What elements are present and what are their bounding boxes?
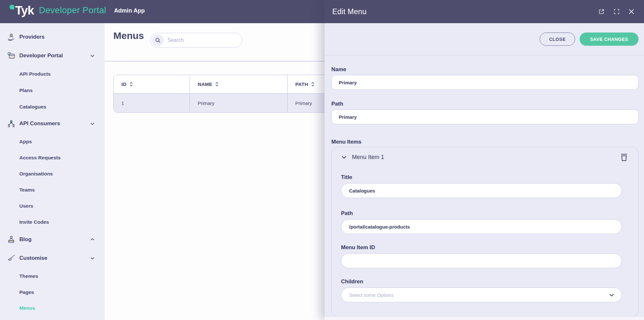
title-field[interactable] xyxy=(341,183,622,198)
developer-portal-icon xyxy=(6,51,16,61)
app-name: Admin App xyxy=(114,7,145,14)
item-path-label: Path xyxy=(341,210,622,217)
chevron-down-icon xyxy=(90,121,95,126)
sidebar-item-pages[interactable]: Pages xyxy=(0,286,105,299)
product-name: Developer Portal xyxy=(39,5,106,15)
sidebar-item-api-products[interactable]: API Products xyxy=(0,68,105,80)
brand-name: Tyk xyxy=(15,5,34,16)
drawer-title: Edit Menu xyxy=(332,7,366,16)
sidebar-item-plans[interactable]: Plans xyxy=(0,84,105,97)
search-input[interactable] xyxy=(167,37,235,43)
sidebar-item-blog[interactable]: Blog xyxy=(0,233,105,246)
search-icon xyxy=(152,34,164,46)
sidebar-item-customise[interactable]: Customise xyxy=(0,252,105,265)
table-row[interactable]: 1 Primary Primary xyxy=(114,94,346,112)
title-label: Title xyxy=(341,174,622,181)
sidebar-item-api-consumers[interactable]: API Consumers xyxy=(0,117,105,130)
menus-table: ID NAME PATH xyxy=(113,75,346,113)
sidebar-item-providers[interactable]: Providers xyxy=(0,31,105,43)
customise-icon xyxy=(6,253,16,263)
sort-icon xyxy=(311,81,315,87)
chevron-down-icon xyxy=(90,256,95,261)
menu-item-card: Menu Item 1 Title Path Menu Item ID Chil… xyxy=(331,147,639,317)
cell-name: Primary xyxy=(190,94,287,112)
tyk-leaf-icon xyxy=(10,5,14,9)
drawer-body: Name Path Menu Items Menu Item 1 Title xyxy=(325,55,644,316)
trash-icon[interactable] xyxy=(620,153,628,162)
drawer-footer xyxy=(325,316,644,320)
sort-icon xyxy=(129,81,133,87)
api-consumers-icon xyxy=(6,119,16,128)
sidebar-item-access-requests[interactable]: Access Requests xyxy=(0,151,105,164)
name-field[interactable] xyxy=(331,75,639,90)
search-box xyxy=(150,33,242,48)
sidebar-item-apps[interactable]: Apps xyxy=(0,135,105,148)
sidebar-item-organisations[interactable]: Organisations xyxy=(0,167,105,180)
sidebar-item-themes[interactable]: Themes xyxy=(0,270,105,283)
menu-item-title: Menu Item 1 xyxy=(352,154,384,161)
children-label: Children xyxy=(341,278,622,286)
cell-id: 1 xyxy=(114,94,190,112)
sidebar: Providers Developer Portal API Products … xyxy=(0,23,105,320)
chevron-down-icon xyxy=(341,154,347,160)
path-label: Path xyxy=(331,101,639,108)
menu-item-id-label: Menu Item ID xyxy=(341,244,622,251)
edit-menu-drawer: Edit Menu CLOSE SAVE CHANGES xyxy=(325,0,644,320)
menu-item-header[interactable]: Menu Item 1 xyxy=(341,152,622,162)
sort-icon xyxy=(215,81,219,87)
menu-items-label: Menu Items xyxy=(331,139,639,146)
children-select[interactable] xyxy=(341,287,622,302)
sidebar-item-teams[interactable]: Teams xyxy=(0,184,105,196)
chevron-up-icon xyxy=(90,237,95,242)
close-icon[interactable] xyxy=(629,9,634,14)
table-header-row: ID NAME PATH xyxy=(114,75,346,94)
chevron-down-icon xyxy=(90,53,95,58)
sidebar-item-invite-codes[interactable]: Invite Codes xyxy=(0,216,105,229)
sidebar-item-catalogues[interactable]: Catalogues xyxy=(0,100,105,113)
children-select-input[interactable] xyxy=(341,287,622,302)
column-header-name[interactable]: NAME xyxy=(190,75,287,93)
item-path-field[interactable] xyxy=(341,219,622,234)
close-button[interactable]: CLOSE xyxy=(540,33,575,46)
page-title: Menus xyxy=(113,30,144,41)
column-header-id[interactable]: ID xyxy=(114,75,190,93)
tyk-logo: Tyk Developer Portal Admin App xyxy=(10,5,145,16)
fullscreen-icon[interactable] xyxy=(614,9,620,14)
path-field[interactable] xyxy=(331,109,639,124)
sidebar-item-developer-portal[interactable]: Developer Portal xyxy=(0,49,105,62)
sidebar-item-users[interactable]: Users xyxy=(0,200,105,212)
external-link-icon[interactable] xyxy=(598,8,605,15)
blog-icon xyxy=(6,235,16,244)
save-changes-button[interactable]: SAVE CHANGES xyxy=(580,33,639,46)
sidebar-item-menus[interactable]: Menus xyxy=(0,302,105,315)
providers-icon xyxy=(6,32,16,42)
drawer-actions: CLOSE SAVE CHANGES xyxy=(325,23,644,55)
menu-item-id-field[interactable] xyxy=(341,253,622,268)
name-label: Name xyxy=(331,66,639,73)
drawer-header: Edit Menu xyxy=(325,0,644,23)
